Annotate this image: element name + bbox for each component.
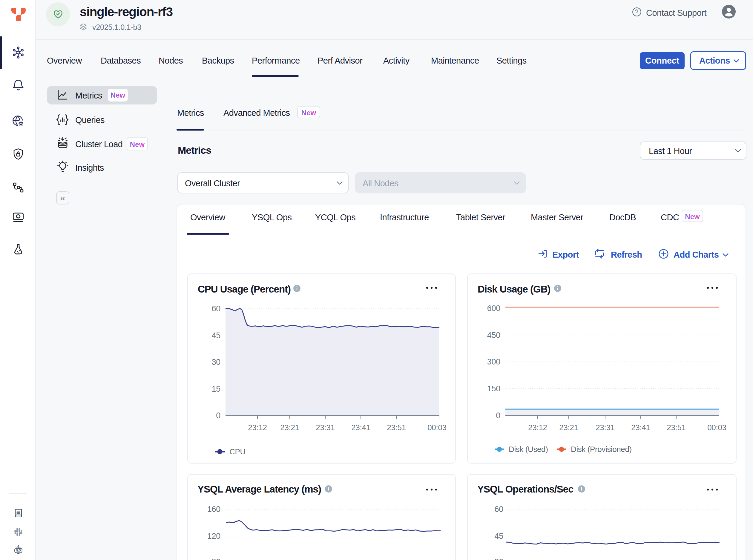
svg-text:45: 45 <box>212 331 220 340</box>
svg-text:600: 600 <box>487 304 500 313</box>
svg-text:80: 80 <box>212 557 220 560</box>
svg-text:60: 60 <box>495 505 503 514</box>
svg-text:23:41: 23:41 <box>631 423 650 432</box>
svg-text:60: 60 <box>212 304 220 313</box>
svg-text:300: 300 <box>487 357 500 366</box>
svg-text:45: 45 <box>495 532 503 541</box>
svg-text:120: 120 <box>207 532 220 541</box>
svg-text:23:12: 23:12 <box>248 423 267 432</box>
svg-text:23:12: 23:12 <box>528 423 547 432</box>
svg-text:00:03: 00:03 <box>427 423 447 432</box>
svg-text:Disk (Provisioned): Disk (Provisioned) <box>571 445 632 454</box>
svg-text:23:41: 23:41 <box>351 423 370 432</box>
svg-text:0: 0 <box>216 411 220 420</box>
svg-text:CPU: CPU <box>229 447 246 456</box>
svg-text:23:21: 23:21 <box>280 423 299 432</box>
svg-text:15: 15 <box>212 384 220 394</box>
svg-text:Disk (Used): Disk (Used) <box>509 445 548 454</box>
svg-text:0: 0 <box>496 411 500 420</box>
svg-text:00:03: 00:03 <box>707 423 727 432</box>
svg-text:30: 30 <box>495 557 503 560</box>
svg-text:23:51: 23:51 <box>667 423 686 432</box>
svg-text:150: 150 <box>487 384 500 393</box>
svg-text:160: 160 <box>207 505 220 514</box>
svg-text:23:31: 23:31 <box>596 423 615 432</box>
svg-text:23:21: 23:21 <box>559 423 578 432</box>
svg-text:23:51: 23:51 <box>387 423 406 432</box>
svg-text:23:31: 23:31 <box>316 423 335 432</box>
svg-text:450: 450 <box>487 331 500 340</box>
svg-text:30: 30 <box>212 358 220 366</box>
